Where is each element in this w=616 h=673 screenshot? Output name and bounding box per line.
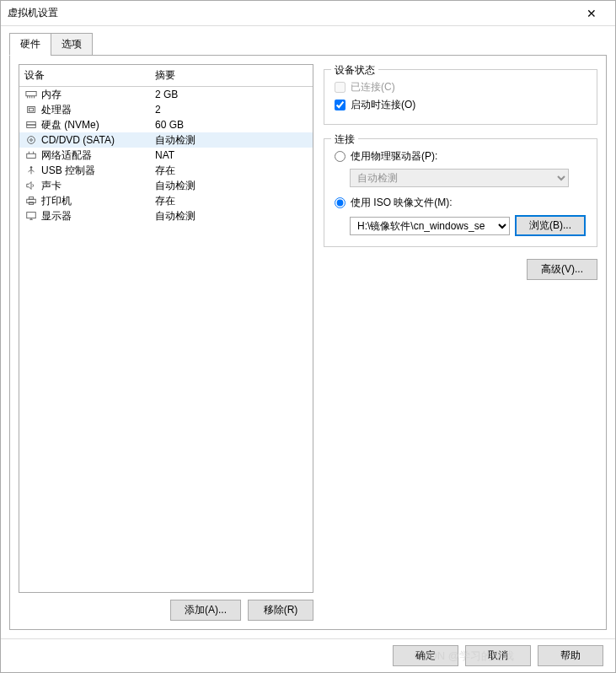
printer-icon (24, 195, 38, 207)
svg-rect-0 (26, 92, 36, 96)
device-name: 声卡 (41, 179, 62, 193)
device-name: 网络适配器 (41, 148, 92, 163)
connection-group: 连接 使用物理驱动器(P): 自动检测 使用 ISO 映像文件(M): (324, 138, 597, 247)
svg-point-9 (28, 137, 35, 144)
connected-label: 已连接(C) (351, 80, 395, 94)
connected-checkbox (335, 82, 345, 93)
device-summary: 60 GB (155, 119, 308, 131)
connection-legend: 连接 (331, 132, 358, 147)
display-icon (24, 210, 38, 222)
connected-row: 已连接(C) (335, 78, 587, 96)
device-status-legend: 设备状态 (331, 63, 378, 78)
footer: CSDN @学习的游戏 确定 取消 帮助 (1, 638, 615, 672)
advanced-row: 高级(V)... (324, 259, 597, 280)
use-physical-label: 使用物理驱动器(P): (351, 149, 437, 164)
device-name: 内存 (41, 88, 62, 102)
cpu-icon (24, 104, 38, 116)
device-row-memory[interactable]: 内存2 GB (19, 87, 313, 102)
header-summary: 摘要 (155, 68, 308, 83)
svg-rect-8 (27, 125, 36, 128)
disk-icon (24, 119, 38, 131)
device-summary: 2 GB (155, 89, 308, 100)
device-list: 设备 摘要 内存2 GB处理器2硬盘 (NVMe)60 GBCD/DVD (SA… (19, 64, 313, 593)
svg-line-17 (31, 170, 35, 172)
usb-icon (24, 164, 38, 176)
use-iso-label: 使用 ISO 映像文件(M): (351, 196, 453, 210)
close-button[interactable]: ✕ (575, 7, 608, 20)
use-physical-radio[interactable] (335, 151, 345, 162)
network-icon (24, 149, 38, 161)
cd-icon (24, 134, 38, 146)
device-row-cpu[interactable]: 处理器2 (19, 102, 313, 117)
ok-button[interactable]: 确定 (393, 645, 458, 666)
device-row-network[interactable]: 网络适配器NAT (19, 148, 313, 163)
device-summary: 存在 (155, 194, 308, 208)
svg-rect-6 (29, 108, 33, 111)
device-name: 显示器 (41, 209, 72, 223)
device-row-display[interactable]: 显示器自动检测 (19, 208, 313, 223)
titlebar: 虚拟机设置 ✕ (1, 1, 615, 26)
tab-hardware[interactable]: 硬件 (9, 33, 51, 56)
connect-poweron-checkbox[interactable] (335, 100, 345, 110)
device-summary: 自动检测 (155, 179, 308, 193)
device-name: USB 控制器 (41, 164, 95, 178)
tab-body: 设备 摘要 内存2 GB处理器2硬盘 (NVMe)60 GBCD/DVD (SA… (9, 55, 607, 630)
iso-row: H:\镜像软件\cn_windows_se 浏览(B)... (350, 215, 587, 236)
connect-poweron-label: 启动时连接(O) (351, 98, 415, 112)
physical-drive-indent: 自动检测 (350, 169, 587, 187)
header-device: 设备 (24, 68, 155, 83)
cancel-button[interactable]: 取消 (465, 645, 531, 666)
browse-button[interactable]: 浏览(B)... (515, 215, 586, 236)
iso-path-select[interactable]: H:\镜像软件\cn_windows_se (350, 217, 510, 235)
device-buttons: 添加(A)... 移除(R) (19, 600, 313, 621)
tab-options[interactable]: 选项 (51, 33, 93, 56)
svg-point-15 (30, 166, 33, 169)
device-row-printer[interactable]: 打印机存在 (19, 193, 313, 208)
device-status-group: 设备状态 已连接(C) 启动时连接(O) (324, 69, 597, 125)
device-summary: 自动检测 (155, 133, 308, 148)
remove-button[interactable]: 移除(R) (248, 600, 313, 621)
device-name: 硬盘 (NVMe) (41, 118, 99, 132)
device-name: 处理器 (41, 103, 72, 117)
vm-settings-window: 虚拟机设置 ✕ 硬件 选项 设备 摘要 内存2 GB处理器2硬盘 (NVMe)6… (0, 0, 616, 673)
help-button[interactable]: 帮助 (538, 645, 603, 666)
device-name: 打印机 (41, 194, 72, 208)
svg-point-10 (30, 139, 33, 142)
device-row-usb[interactable]: USB 控制器存在 (19, 163, 313, 178)
left-panel: 设备 摘要 内存2 GB处理器2硬盘 (NVMe)60 GBCD/DVD (SA… (19, 64, 313, 621)
svg-rect-11 (27, 153, 36, 158)
svg-rect-19 (29, 197, 33, 200)
add-button[interactable]: 添加(A)... (170, 600, 241, 621)
svg-line-16 (29, 170, 32, 172)
device-row-disk[interactable]: 硬盘 (NVMe)60 GB (19, 117, 313, 132)
window-title: 虚拟机设置 (8, 6, 575, 20)
device-summary: 存在 (155, 164, 308, 178)
tab-strip: 硬件 选项 (9, 33, 607, 56)
device-summary: 2 (155, 104, 308, 116)
svg-rect-21 (27, 213, 36, 218)
device-row-sound[interactable]: 声卡自动检测 (19, 178, 313, 193)
svg-rect-7 (27, 122, 36, 126)
device-summary: 自动检测 (155, 209, 308, 223)
content-area: 硬件 选项 设备 摘要 内存2 GB处理器2硬盘 (NVMe)60 GBCD/D… (1, 26, 615, 638)
sound-icon (24, 180, 38, 191)
device-summary: NAT (155, 149, 308, 161)
device-name: CD/DVD (SATA) (41, 134, 115, 146)
connect-poweron-row[interactable]: 启动时连接(O) (335, 96, 587, 114)
right-panel: 设备状态 已连接(C) 启动时连接(O) 连接 使用物理驱动器(P): (324, 64, 597, 621)
physical-drive-select: 自动检测 (350, 169, 569, 187)
use-iso-row[interactable]: 使用 ISO 映像文件(M): (335, 194, 587, 212)
advanced-button[interactable]: 高级(V)... (527, 259, 597, 280)
device-row-cd[interactable]: CD/DVD (SATA)自动检测 (19, 132, 313, 148)
use-iso-radio[interactable] (335, 197, 345, 208)
memory-icon (24, 89, 38, 100)
device-list-header: 设备 摘要 (19, 65, 313, 87)
use-physical-row[interactable]: 使用物理驱动器(P): (335, 148, 587, 165)
